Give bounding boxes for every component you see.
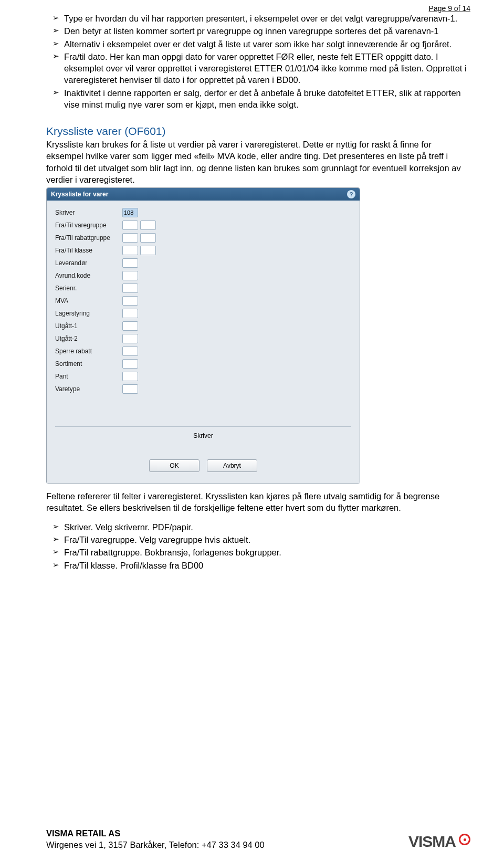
til-klasse-input[interactable]	[140, 246, 156, 255]
pant-input[interactable]	[122, 372, 138, 381]
list-item: Fra/Til klasse. Profil/klasse fra BD00	[46, 560, 470, 571]
cancel-button[interactable]: Avbryt	[207, 459, 257, 472]
sperre-rabatt-input[interactable]	[122, 346, 138, 356]
list-item: Inaktivitet i denne rapporten er salg, d…	[46, 87, 470, 111]
field-label: Fra/Til klasse	[55, 247, 122, 254]
fra-rabatt-input[interactable]	[122, 233, 138, 243]
dialog-separator	[55, 426, 351, 427]
list-item: Fra/Til rabattgruppe. Bokbransje, forlag…	[46, 547, 470, 558]
dialog-titlebar: Kryssliste for varer ?	[47, 188, 360, 201]
section-intro: Kryssliste kan brukes for å liste ut ver…	[46, 139, 470, 185]
sortiment-input[interactable]	[122, 359, 138, 369]
dialog-title-text: Kryssliste for varer	[51, 191, 108, 198]
field-label: Serienr.	[55, 285, 122, 292]
utgatt2-input[interactable]	[122, 334, 138, 343]
logo-text: VISMA	[408, 833, 456, 850]
visma-logo: VISMA	[408, 833, 470, 850]
field-label: Varetype	[55, 385, 122, 393]
field-label: Sortiment	[55, 360, 122, 368]
utgatt1-input[interactable]	[122, 321, 138, 331]
footer-company: VISMA RETAIL AS	[46, 828, 265, 839]
fra-varegruppe-input[interactable]	[122, 220, 138, 230]
page-footer: VISMA RETAIL AS Wirgenes vei 1, 3157 Bar…	[46, 828, 470, 850]
field-label: Pant	[55, 373, 122, 380]
field-label: Fra/Til rabattgruppe	[55, 234, 122, 242]
field-label: Skriver	[55, 209, 122, 216]
field-label: Lagerstyring	[55, 310, 122, 317]
ok-button[interactable]: OK	[149, 459, 200, 472]
dialog-kryssliste: Kryssliste for varer ? Skriver Fra/Til v…	[46, 187, 360, 484]
mva-input[interactable]	[122, 296, 138, 306]
list-item: Type er hvordan du vil har rapporten pre…	[46, 13, 470, 24]
til-varegruppe-input[interactable]	[140, 220, 156, 230]
footer-address: Wirgenes vei 1, 3157 Barkåker, Telefon: …	[46, 839, 265, 850]
page-number: Page 9 of 14	[429, 4, 470, 13]
field-label: Utgått-1	[55, 322, 122, 330]
field-label: Avrund.kode	[55, 272, 122, 279]
list-item: Fra/til dato. Her kan man oppgi dato for…	[46, 51, 470, 86]
field-label: Sperre rabatt	[55, 348, 122, 355]
lagerstyring-input[interactable]	[122, 309, 138, 318]
print-label: Skriver	[193, 432, 213, 439]
help-icon[interactable]: ?	[347, 190, 355, 198]
logo-mark-icon	[459, 834, 470, 845]
field-label: Leverandør	[55, 259, 122, 267]
list-item: Fra/Til varegruppe. Velg varegruppe hvis…	[46, 534, 470, 545]
list-item: Alternativ i eksempelet over er det valg…	[46, 38, 470, 50]
list-item: Skriver. Velg skrivernr. PDF/papir.	[46, 521, 470, 533]
field-label: Fra/Til varegruppe	[55, 222, 122, 229]
intro-bullet-list: Type er hvordan du vil har rapporten pre…	[46, 13, 470, 110]
serienr-input[interactable]	[122, 284, 138, 293]
til-rabatt-input[interactable]	[140, 233, 156, 243]
section-heading: Kryssliste varer (OF601)	[46, 125, 470, 138]
after-dialog-text: Feltene refererer til felter i vareregis…	[46, 490, 470, 514]
field-label: Utgått-2	[55, 335, 122, 342]
field-label: MVA	[55, 297, 122, 304]
avrund-input[interactable]	[122, 271, 138, 280]
varetype-input[interactable]	[122, 384, 138, 394]
fra-klasse-input[interactable]	[122, 246, 138, 255]
list-item: Den betyr at listen kommer sortert pr va…	[46, 25, 470, 37]
skriver-input[interactable]	[122, 208, 138, 217]
end-bullet-list: Skriver. Velg skrivernr. PDF/papir. Fra/…	[46, 521, 470, 571]
leverandor-input[interactable]	[122, 258, 138, 268]
